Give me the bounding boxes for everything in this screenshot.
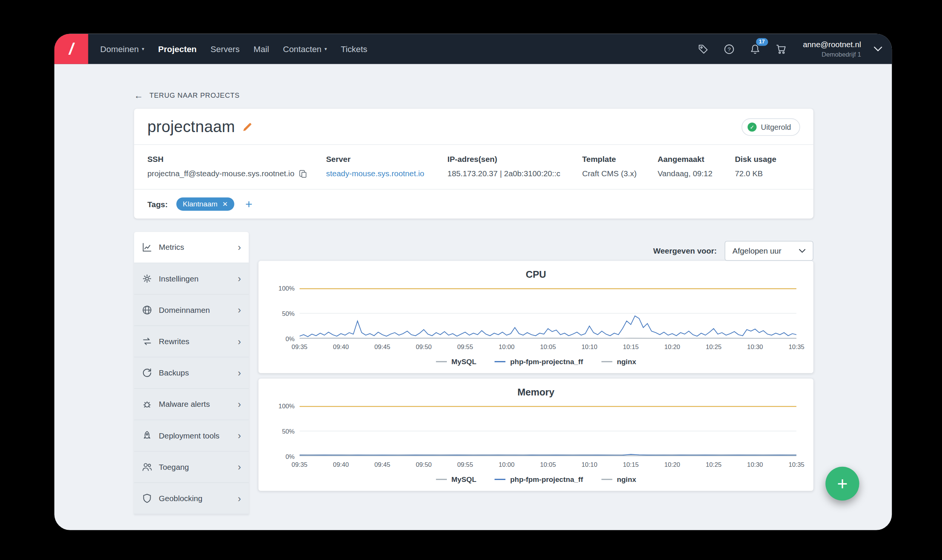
back-link[interactable]: ← TERUG NAAR PROJECTS: [134, 90, 813, 100]
brand-logo[interactable]: /: [54, 34, 88, 64]
info-value: projectna_ff@steady-mouse.sys.rootnet.io: [147, 169, 316, 178]
x-axis-label: 09:45: [374, 343, 390, 350]
series-nginx: [300, 338, 797, 338]
sidebar-item-geoblocking[interactable]: Geoblocking›: [134, 483, 249, 514]
series-php-fpm-projectna-ff: [300, 316, 797, 337]
x-axis-label: 09:35: [292, 343, 308, 350]
project-sidebar: Metrics›Instellingen›Domeinnamen›Rewrite…: [134, 232, 249, 514]
nav-item-tickets[interactable]: Tickets: [341, 44, 367, 54]
nav-item-projecten[interactable]: Projecten: [158, 44, 197, 54]
info-col-disk-usage: Disk usage72.0 KB: [735, 155, 800, 178]
sidebar-item-deployment-tools[interactable]: Deployment tools›: [134, 420, 249, 452]
chevron-down-icon: ▾: [142, 46, 144, 52]
legend-item-php-fpm-projectna-ff: php-fpm-projectna_ff: [494, 475, 583, 483]
nav-item-servers[interactable]: Servers: [211, 44, 240, 54]
tags-row: Tags: Klantnaam✕ +: [134, 189, 813, 218]
legend-swatch: [494, 361, 505, 362]
history-icon: [142, 368, 152, 378]
sidebar-item-label: Instellingen: [159, 274, 199, 283]
info-col-ssh: SSHprojectna_ff@steady-mouse.sys.rootnet…: [147, 155, 326, 178]
account-email: anne@rootnet.nl: [803, 40, 861, 49]
x-axis-label: 10:00: [499, 461, 514, 468]
nav-item-label: Domeinen: [100, 44, 139, 54]
svg-text:?: ?: [728, 46, 731, 52]
tag-label: Klantnaam: [183, 200, 217, 208]
sidebar-item-label: Domeinnamen: [159, 306, 210, 315]
sidebar-item-instellingen[interactable]: Instellingen›: [134, 263, 249, 295]
chart-plot: 100%50%0%: [300, 288, 797, 338]
filter-row: Weergeven voor: Afgelopen uur: [259, 241, 813, 261]
sidebar-item-backups[interactable]: Backups›: [134, 357, 249, 389]
sidebar-item-rewrites[interactable]: Rewrites›: [134, 326, 249, 357]
add-project-fab[interactable]: +: [825, 467, 859, 501]
info-value-text: 72.0 KB: [735, 169, 763, 178]
account-chevron-icon[interactable]: [874, 46, 882, 51]
nav-item-contacten[interactable]: Contacten▾: [283, 44, 327, 54]
x-axis-label: 09:55: [457, 461, 473, 468]
chevron-right-icon: ›: [238, 494, 241, 503]
edit-pencil-icon[interactable]: [242, 122, 252, 132]
remove-tag-icon[interactable]: ✕: [222, 200, 228, 208]
info-value-text: Vandaag, 09:12: [657, 169, 712, 178]
chart-card-cpu: CPU100%50%0%09:3509:4009:4509:5009:5510:…: [259, 261, 813, 373]
globe-icon: [142, 305, 152, 315]
x-axis-label: 10:10: [582, 461, 597, 468]
info-label: Aangemaakt: [657, 155, 725, 164]
info-label: Server: [326, 155, 438, 164]
chart-canvas: [300, 406, 797, 456]
legend-label: php-fpm-projectna_ff: [510, 475, 583, 483]
tags-label: Tags:: [147, 200, 168, 209]
account-company: Demobedrijf 1: [803, 51, 861, 58]
app-window: / Domeinen▾ProjectenServersMailContacten…: [54, 34, 892, 530]
bell-icon[interactable]: 17: [748, 42, 762, 55]
add-tag-button[interactable]: +: [245, 198, 252, 210]
x-axis-label: 09:40: [333, 343, 349, 350]
sidebar-item-label: Toegang: [159, 463, 189, 472]
tags-list: Klantnaam✕: [176, 197, 235, 211]
legend-item-nginx: nginx: [601, 475, 636, 483]
x-axis-label: 10:25: [706, 343, 722, 350]
x-axis-label: 09:55: [457, 343, 473, 350]
info-value-text: projectna_ff@steady-mouse.sys.rootnet.io: [147, 169, 294, 178]
cart-icon[interactable]: [774, 42, 788, 55]
sidebar-item-metrics[interactable]: Metrics›: [134, 232, 249, 263]
chart-canvas: [300, 288, 797, 338]
x-axis-label: 10:10: [582, 343, 597, 350]
project-header-card: projectnaam ✓ Uitgerold SSHprojectna_ff@…: [134, 109, 813, 218]
copy-icon[interactable]: [299, 169, 308, 178]
sidebar-item-label: Malware alerts: [159, 400, 210, 409]
chevron-right-icon: ›: [238, 274, 241, 284]
x-axis-label: 10:30: [747, 461, 763, 468]
info-value-text: steady-mouse.sys.rootnet.io: [326, 169, 424, 178]
info-value: Craft CMS (3.x): [582, 169, 648, 178]
x-axis-label: 09:35: [292, 461, 308, 468]
sidebar-item-domeinnamen[interactable]: Domeinnamen›: [134, 295, 249, 326]
x-axis-label: 10:20: [664, 461, 680, 468]
tag-klantnaam[interactable]: Klantnaam✕: [176, 197, 235, 211]
x-axis: 09:3509:4009:4509:5009:5510:0010:0510:10…: [300, 342, 797, 351]
account-menu[interactable]: anne@rootnet.nl Demobedrijf 1: [803, 40, 861, 58]
y-axis-label: 0%: [286, 453, 295, 460]
sidebar-item-label: Backups: [159, 368, 189, 377]
y-axis-label: 100%: [279, 285, 295, 292]
gear-icon: [142, 274, 152, 284]
filter-label: Weergeven voor:: [653, 246, 717, 255]
info-col-server: Serversteady-mouse.sys.rootnet.io: [326, 155, 448, 178]
info-value[interactable]: steady-mouse.sys.rootnet.io: [326, 169, 438, 178]
time-range-select[interactable]: Afgelopen uur: [725, 241, 813, 261]
help-icon[interactable]: ?: [723, 42, 736, 55]
y-axis-label: 100%: [279, 402, 295, 409]
chart-title: Memory: [273, 387, 799, 398]
nav-item-label: Contacten: [283, 44, 322, 54]
sidebar-item-toegang[interactable]: Toegang›: [134, 452, 249, 483]
navbar-right: ? 17 anne@rootnet.nl Demobedrijf 1: [697, 34, 892, 64]
nav-item-mail[interactable]: Mail: [254, 44, 269, 54]
rocket-icon: [142, 431, 152, 441]
sidebar-item-malware-alerts[interactable]: Malware alerts›: [134, 389, 249, 420]
top-navbar: / Domeinen▾ProjectenServersMailContacten…: [54, 34, 892, 64]
nav-item-domeinen[interactable]: Domeinen▾: [100, 44, 145, 54]
metrics-area: Metrics›Instellingen›Domeinnamen›Rewrite…: [134, 232, 813, 514]
chart-legend: MySQLphp-fpm-projectna_ffnginx: [273, 475, 799, 483]
x-axis-label: 09:40: [333, 461, 349, 468]
tag-icon[interactable]: [697, 42, 710, 55]
